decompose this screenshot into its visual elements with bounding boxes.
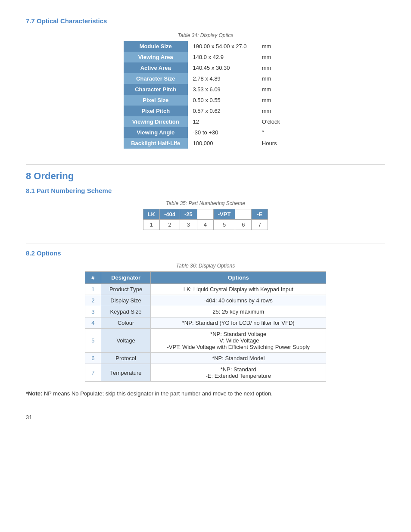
optical-row: Character Size2.78 x 4.89mm: [124, 73, 287, 84]
options-num: 1: [85, 284, 101, 295]
options-designator: Colour: [101, 317, 151, 329]
note: *Note: NP means No Populate; skip this d…: [26, 390, 385, 397]
options-num: 7: [85, 364, 101, 382]
options-num: 6: [85, 353, 101, 364]
optical-label: Backlight Half-Life: [124, 138, 188, 149]
optical-row: Pixel Pitch0.57 x 0.62mm: [124, 106, 287, 116]
optical-unit: mm: [257, 52, 287, 62]
scheme-num-cell: 5: [213, 220, 235, 230]
options-col-header: Options: [151, 272, 326, 284]
optical-unit: O'clock: [257, 116, 287, 127]
options-value: 25: 25 key maximum: [151, 306, 326, 317]
section-8: 8 Ordering: [26, 171, 385, 182]
optical-row: Active Area140.45 x 30.30mm: [124, 62, 287, 73]
optical-label: Active Area: [124, 62, 188, 73]
options-num: 2: [85, 295, 101, 306]
options-row: 3Keypad Size25: 25 key maximum: [85, 306, 326, 317]
options-col-header: #: [85, 272, 101, 284]
options-row: 4Colour*NP: Standard (YG for LCD/ no fil…: [85, 317, 326, 329]
optical-row: Viewing Direction12O'clock: [124, 116, 287, 127]
page-number: 31: [26, 414, 385, 420]
options-num: 4: [85, 317, 101, 329]
section-81: 8.1 Part Numbering Scheme Table 35: Part…: [26, 187, 385, 230]
scheme-num-cell: 4: [197, 220, 213, 230]
optical-row: Backlight Half-Life100,000Hours: [124, 138, 287, 149]
scheme-cell: -VPT: [213, 209, 235, 220]
scheme-num-cell: 1: [143, 220, 159, 230]
options-value: -404: 40 columns by 4 rows: [151, 295, 326, 306]
options-designator: Product Type: [101, 284, 151, 295]
optical-label: Viewing Area: [124, 52, 188, 62]
optical-unit: Hours: [257, 138, 287, 149]
section-77-heading: 7.7 Optical Characteristics: [26, 17, 385, 25]
options-value: *NP: Standard Voltage-V: Wide Voltage-VP…: [151, 329, 326, 353]
options-designator: Protocol: [101, 353, 151, 364]
section-81-heading: 8.1 Part Numbering Scheme: [26, 187, 385, 194]
note-bold: *Note:: [26, 390, 42, 397]
divider-2: [26, 243, 385, 243]
optical-label: Viewing Angle: [124, 127, 188, 138]
optical-unit: mm: [257, 106, 287, 116]
scheme-num-cell: 6: [235, 220, 252, 230]
optical-unit: mm: [257, 41, 287, 52]
optical-label: Character Pitch: [124, 84, 188, 95]
options-value: LK: Liquid Crystal Display with Keypad I…: [151, 284, 326, 295]
scheme-num-cell: 7: [252, 220, 268, 230]
optical-label: Pixel Size: [124, 95, 188, 106]
optical-row: Viewing Angle-30 to +30°: [124, 127, 287, 138]
optical-value: 100,000: [188, 138, 257, 149]
section-8-heading: 8 Ordering: [26, 171, 385, 182]
options-row: 6Protocol*NP: Standard Model: [85, 353, 326, 364]
optical-value: 3.53 x 6.09: [188, 84, 257, 95]
options-row: 7Temperature*NP: Standard-E: Extended Te…: [85, 364, 326, 382]
divider: [26, 164, 385, 165]
options-num: 3: [85, 306, 101, 317]
optical-table: Module Size190.00 x 54.00 x 27.0mmViewin…: [124, 41, 287, 149]
options-header-row: #DesignatorOptions: [85, 272, 326, 284]
optical-value: 0.57 x 0.62: [188, 106, 257, 116]
options-designator: Display Size: [101, 295, 151, 306]
options-row: 5Voltage*NP: Standard Voltage-V: Wide Vo…: [85, 329, 326, 353]
optical-value: -30 to +30: [188, 127, 257, 138]
options-row: 1Product TypeLK: Liquid Crystal Display …: [85, 284, 326, 295]
options-num: 5: [85, 329, 101, 353]
scheme-num-cell: 3: [180, 220, 197, 230]
part-scheme-table: LK-404-25-VPT-E1234567: [143, 209, 268, 230]
scheme-row-numbers: 1234567: [143, 220, 268, 230]
optical-label: Pixel Pitch: [124, 106, 188, 116]
note-text: NP means No Populate; skip this designat…: [42, 390, 273, 397]
optical-unit: mm: [257, 62, 287, 73]
scheme-row-labels: LK-404-25-VPT-E: [143, 209, 268, 220]
scheme-cell: -404: [159, 209, 180, 220]
optical-row: Pixel Size0.50 x 0.55mm: [124, 95, 287, 106]
optical-value: 12: [188, 116, 257, 127]
optical-unit: mm: [257, 73, 287, 84]
optical-unit: mm: [257, 84, 287, 95]
options-row: 2Display Size-404: 40 columns by 4 rows: [85, 295, 326, 306]
table-36-caption: Table 36: Display Options: [26, 263, 385, 269]
scheme-cell: [197, 209, 213, 220]
optical-label: Viewing Direction: [124, 116, 188, 127]
optical-label: Character Size: [124, 73, 188, 84]
optical-value: 0.50 x 0.55: [188, 95, 257, 106]
scheme-cell: LK: [143, 209, 159, 220]
table-35-caption: Table 35: Part Numbering Scheme: [26, 200, 385, 206]
section-82-heading: 8.2 Options: [26, 249, 385, 257]
options-value: *NP: Standard (YG for LCD/ no filter for…: [151, 317, 326, 329]
scheme-num-cell: 2: [159, 220, 180, 230]
optical-unit: °: [257, 127, 287, 138]
optical-value: 148.0 x 42.9: [188, 52, 257, 62]
options-designator: Keypad Size: [101, 306, 151, 317]
optical-row: Character Pitch3.53 x 6.09mm: [124, 84, 287, 95]
optical-row: Viewing Area148.0 x 42.9mm: [124, 52, 287, 62]
options-value: *NP: Standard Model: [151, 353, 326, 364]
section-82: 8.2 Options Table 36: Display Options #D…: [26, 249, 385, 382]
optical-value: 2.78 x 4.89: [188, 73, 257, 84]
scheme-cell: -E: [252, 209, 268, 220]
optical-value: 140.45 x 30.30: [188, 62, 257, 73]
optical-unit: mm: [257, 95, 287, 106]
options-designator: Voltage: [101, 329, 151, 353]
optical-value: 190.00 x 54.00 x 27.0: [188, 41, 257, 52]
options-designator: Temperature: [101, 364, 151, 382]
section-77: 7.7 Optical Characteristics Table 34: Di…: [26, 17, 385, 149]
